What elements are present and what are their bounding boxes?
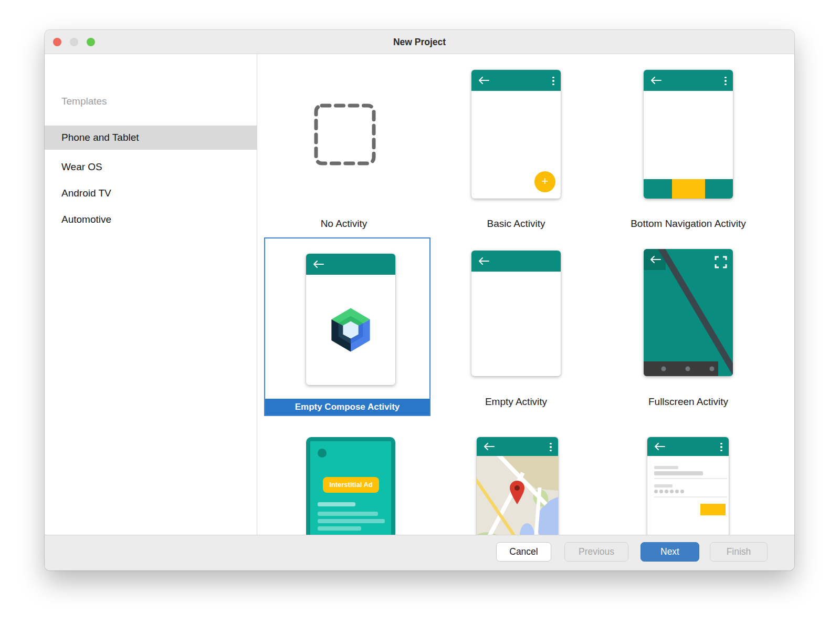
app-bar (471, 70, 561, 91)
previous-button[interactable]: Previous (564, 542, 628, 562)
dialog-footer: Cancel Previous Next Finish (45, 535, 794, 570)
field-label-placeholder (654, 466, 678, 469)
back-arrow-icon (478, 76, 489, 85)
field-value-placeholder (654, 471, 703, 475)
overflow-menu-icon (552, 76, 554, 86)
template-card-login-activity[interactable] (647, 437, 729, 535)
title-bar[interactable]: New Project (45, 30, 794, 54)
sidebar-item-automotive[interactable]: Automotive (45, 207, 257, 232)
template-label-empty-activity: Empty Activity (437, 396, 595, 410)
templates-sidebar: Templates Phone and Tablet Wear OS Andro… (45, 54, 257, 535)
finish-button[interactable]: Finish (710, 542, 768, 562)
template-card-fullscreen-activity[interactable] (644, 249, 733, 376)
overflow-menu-icon (550, 442, 552, 452)
template-label-bottom-navigation-activity: Bottom Navigation Activity (610, 218, 767, 232)
app-bar (477, 437, 558, 456)
template-gallery: No Activity + Basic Activity (258, 54, 794, 535)
login-button-placeholder (700, 504, 726, 515)
template-card-basic-activity[interactable]: + (471, 70, 561, 199)
desktop-background: New Project Templates Phone and Tablet W… (0, 0, 840, 633)
template-card-interstitial-ad[interactable]: Interstitial Ad (306, 437, 395, 535)
sidebar-item-android-tv[interactable]: Android TV (45, 181, 257, 205)
text-placeholder (318, 526, 361, 531)
app-bar (647, 437, 729, 456)
text-placeholder (318, 512, 378, 516)
text-placeholder (318, 502, 355, 506)
template-label-basic-activity: Basic Activity (437, 218, 595, 232)
template-card-empty-compose-activity-selected[interactable]: Empty Compose Activity (264, 237, 430, 416)
new-project-dialog: New Project Templates Phone and Tablet W… (45, 30, 794, 570)
next-button[interactable]: Next (640, 542, 699, 562)
app-bar (306, 254, 395, 275)
app-bar (471, 251, 561, 272)
sidebar-item-phone-and-tablet[interactable]: Phone and Tablet (45, 126, 257, 150)
template-card-google-maps-activity[interactable] (477, 437, 558, 535)
interstitial-ad-button: Interstitial Ad (323, 477, 379, 493)
dashed-square-icon (313, 103, 376, 166)
back-arrow-icon (478, 257, 489, 265)
overflow-menu-icon (724, 76, 727, 86)
field-underline (654, 478, 727, 479)
back-arrow-icon (650, 76, 662, 85)
template-label-no-activity: No Activity (265, 218, 423, 232)
sidebar-header: Templates (61, 91, 107, 112)
text-placeholder (318, 519, 385, 523)
template-label-empty-compose-activity: Empty Compose Activity (265, 399, 429, 415)
camera-dot-icon (318, 449, 327, 458)
window-title: New Project (45, 30, 794, 54)
fab-plus-icon: + (534, 171, 555, 192)
overflow-menu-icon (720, 442, 722, 452)
app-bar (644, 70, 733, 91)
bottom-navigation-bar (644, 179, 733, 199)
back-arrow-icon (483, 442, 495, 451)
password-dots-placeholder (654, 490, 686, 493)
diagonal-stripe (644, 249, 733, 376)
compose-phone-preview (306, 254, 395, 385)
template-card-empty-activity[interactable] (471, 251, 561, 376)
jetpack-compose-logo (330, 307, 372, 352)
cancel-button[interactable]: Cancel (496, 542, 551, 562)
template-card-bottom-navigation-activity[interactable] (644, 70, 733, 199)
template-label-fullscreen-activity: Fullscreen Activity (610, 396, 767, 410)
back-arrow-icon (312, 260, 324, 268)
back-arrow-icon (654, 442, 665, 451)
sidebar-item-wear-os[interactable]: Wear OS (45, 155, 257, 179)
template-card-no-activity[interactable] (313, 103, 376, 168)
map-preview (477, 456, 558, 535)
field-label-placeholder (654, 484, 673, 487)
field-underline (654, 496, 727, 497)
